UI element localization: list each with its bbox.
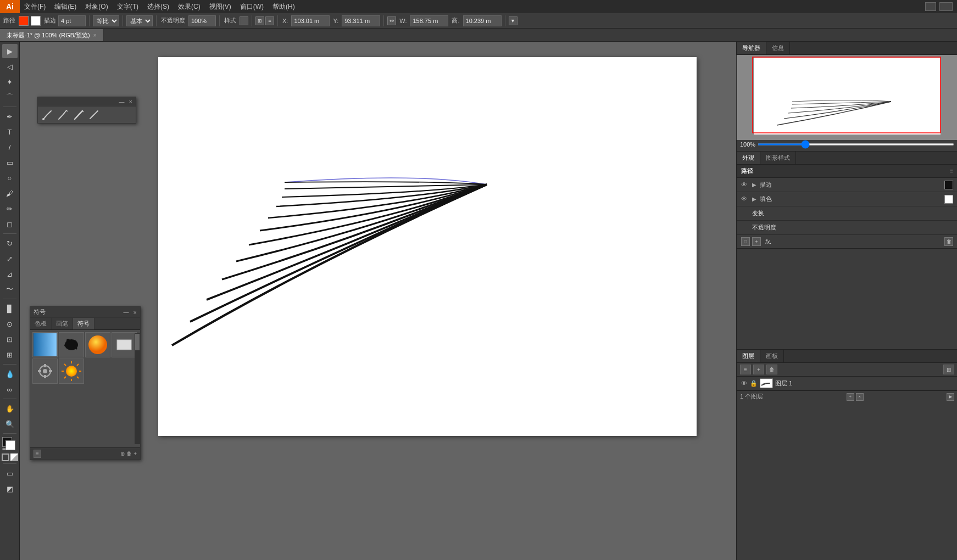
eraser-tool[interactable]: ◻ xyxy=(2,217,18,231)
symbols-delete-btn[interactable]: 🗑 xyxy=(126,451,132,457)
document-tab[interactable]: 未标题-1* @ 100% (RGB/预览) × xyxy=(0,29,104,41)
menu-view[interactable]: 视图(V) xyxy=(205,0,236,13)
navigator-tab[interactable]: 导航器 xyxy=(737,42,766,54)
magic-wand-tool[interactable]: ✦ xyxy=(2,75,18,89)
menu-edit[interactable]: 编辑(E) xyxy=(50,0,81,13)
brush-icon-2[interactable] xyxy=(57,109,70,121)
symbol-item-4[interactable] xyxy=(112,332,137,357)
slice-tool[interactable]: ⊞ xyxy=(2,348,18,362)
symbol-tab[interactable]: 符号 xyxy=(73,318,94,329)
brush-tab[interactable]: 画笔 xyxy=(52,318,73,329)
brush-icon-3[interactable] xyxy=(72,109,85,121)
artboard-tab[interactable]: 画板 xyxy=(760,350,784,362)
graphic-styles-tab[interactable]: 图形样式 xyxy=(760,152,796,164)
swatch-tab[interactable]: 色板 xyxy=(30,318,52,329)
column-chart-tool[interactable]: ▊ xyxy=(2,301,18,316)
layer-1-eye[interactable]: 👁 xyxy=(740,380,748,387)
height-input[interactable] xyxy=(463,15,502,26)
stroke-weight-input[interactable] xyxy=(58,15,86,26)
symbol-item-1[interactable] xyxy=(32,332,58,357)
default-colors-btn[interactable] xyxy=(10,453,18,461)
symbol-item-2[interactable] xyxy=(59,332,84,357)
no-fill-btn[interactable] xyxy=(2,453,9,461)
symbol-item-5[interactable] xyxy=(32,359,58,384)
stroke-visibility-eye[interactable]: 👁 xyxy=(741,181,749,189)
delete-appearance-btn[interactable]: 🗑 xyxy=(944,237,953,246)
fill-expand-arrow[interactable]: ▶ xyxy=(752,196,756,202)
menu-help[interactable]: 帮助(H) xyxy=(268,0,299,13)
symbols-panel-close[interactable]: × xyxy=(133,309,137,316)
lock-proportions-btn[interactable]: ⇔ xyxy=(387,16,396,25)
symbols-menu-btn[interactable]: ≡ xyxy=(34,450,41,458)
expand-layers-btn[interactable]: ▶ xyxy=(947,393,954,401)
symbol-sprayer-tool[interactable]: ⊙ xyxy=(2,317,18,331)
eyedropper-tool[interactable]: 💧 xyxy=(2,367,18,381)
symbols-new-btn[interactable]: + xyxy=(133,451,137,457)
brush-panel-minimize[interactable]: — xyxy=(119,99,125,105)
brush-panel-close[interactable]: × xyxy=(129,98,132,105)
brush-icon-1[interactable] xyxy=(41,109,54,121)
layout-toggle[interactable] xyxy=(939,2,953,11)
stroke-expand-arrow[interactable]: ▶ xyxy=(752,182,756,188)
menu-text[interactable]: 文字(T) xyxy=(113,0,143,13)
symbols-panel-minimize[interactable]: — xyxy=(124,309,129,315)
rotate-tool[interactable]: ↻ xyxy=(2,236,18,250)
menu-select[interactable]: 选择(S) xyxy=(143,0,174,13)
tab-close-btn[interactable]: × xyxy=(93,32,97,38)
more-options-btn[interactable]: ▼ xyxy=(509,16,518,25)
drawing-mode-btn[interactable]: ◩ xyxy=(2,481,18,496)
delete-layer-btn[interactable]: × xyxy=(856,393,864,401)
layer-1-lock[interactable]: 🔒 xyxy=(750,380,758,387)
lasso-tool[interactable]: ⌒ xyxy=(2,90,18,104)
artboard-tool[interactable]: ⊡ xyxy=(2,332,18,346)
opacity-input[interactable] xyxy=(188,15,216,26)
warp-tool[interactable]: 〜 xyxy=(2,282,18,296)
brush-icon-4[interactable] xyxy=(87,109,101,121)
zoom-tool[interactable]: 🔍 xyxy=(2,417,18,431)
layers-new-btn[interactable]: + xyxy=(753,365,764,374)
stroke-style-select[interactable]: 基本 xyxy=(126,15,153,26)
direct-select-tool[interactable]: ◁ xyxy=(2,59,18,74)
layers-options-btn[interactable]: ⊞ xyxy=(943,365,954,374)
text-tool[interactable]: T xyxy=(2,125,18,139)
select-tool[interactable]: ▶ xyxy=(2,44,18,58)
transform-btn[interactable]: ⊞ xyxy=(255,16,264,25)
line-tool[interactable]: / xyxy=(2,140,18,154)
brush-tool[interactable]: 🖌 xyxy=(2,186,18,200)
pencil-tool[interactable]: ✏ xyxy=(2,201,18,216)
x-input[interactable] xyxy=(291,15,330,26)
symbol-item-6[interactable] xyxy=(59,359,84,384)
blend-tool[interactable]: ∞ xyxy=(2,382,18,396)
appearance-options-btn[interactable]: ≡ xyxy=(950,168,953,174)
layer-1-name[interactable]: 图层 1 xyxy=(775,379,954,388)
mode-toggle[interactable] xyxy=(925,2,936,11)
fx-btn[interactable]: fx. xyxy=(763,238,774,245)
symbol-item-3[interactable] xyxy=(85,332,110,357)
menu-object[interactable]: 对象(O) xyxy=(81,0,112,13)
stroke-color-swatch[interactable] xyxy=(19,16,29,26)
stroke-line-select[interactable]: 等比 均匀 xyxy=(93,15,119,26)
nav-zoom-slider[interactable] xyxy=(758,143,954,145)
width-input[interactable] xyxy=(410,15,448,26)
stroke-appearance-swatch[interactable] xyxy=(944,181,953,189)
align-btn[interactable]: ≡ xyxy=(265,16,274,25)
ellipse-tool[interactable]: ○ xyxy=(2,171,18,185)
layers-tab[interactable]: 图层 xyxy=(737,350,760,362)
appearance-tab[interactable]: 外观 xyxy=(737,152,760,164)
fill-appearance-swatch[interactable] xyxy=(944,195,953,204)
fill-color-btn[interactable] xyxy=(5,440,15,450)
swap-colors-btn[interactable]: ⇆ xyxy=(2,446,6,451)
fill-color-swatch[interactable] xyxy=(31,16,41,26)
menu-file[interactable]: 文件(F) xyxy=(20,0,50,13)
y-input[interactable] xyxy=(342,15,380,26)
layers-menu-btn[interactable]: ≡ xyxy=(740,365,751,374)
hand-tool[interactable]: ✋ xyxy=(2,401,18,416)
new-layer-btn[interactable]: + xyxy=(847,393,854,401)
menu-effect[interactable]: 效果(C) xyxy=(174,0,205,13)
new-appearance-btn[interactable]: □ xyxy=(741,237,750,246)
fill-visibility-eye[interactable]: 👁 xyxy=(741,195,749,203)
symbols-scrollbar[interactable] xyxy=(135,333,140,444)
rect-tool[interactable]: ▭ xyxy=(2,155,18,170)
info-tab[interactable]: 信息 xyxy=(766,42,790,54)
normal-mode-btn[interactable]: ▭ xyxy=(2,466,18,480)
